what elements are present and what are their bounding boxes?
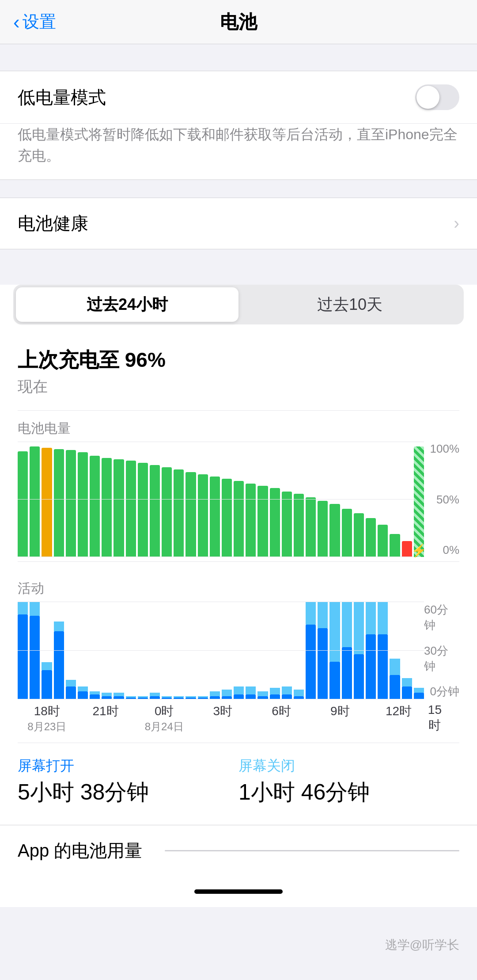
battery-bar-32: [402, 442, 412, 557]
screen-off-value: 1小时 46分钟: [238, 778, 459, 807]
x-time-6: 12时: [369, 703, 428, 720]
activity-bar-14: [186, 602, 196, 699]
x-time-1: 21时: [76, 703, 135, 720]
battery-health-label: 电池健康: [18, 211, 88, 236]
activity-bar-16: [210, 602, 220, 699]
battery-bar-24: [306, 442, 316, 557]
home-indicator: [194, 889, 283, 894]
activity-bar-0: [18, 602, 28, 699]
activity-bar-22: [282, 602, 292, 699]
battery-y-label-1: 50%: [436, 493, 459, 507]
activity-bar-2: [42, 602, 52, 699]
activity-bar-4: [66, 602, 76, 699]
battery-y-label-0: 100%: [430, 442, 460, 456]
period-selector: 过去24小时 过去10天: [13, 285, 464, 324]
activity-y-label-2: 0分钟: [430, 684, 459, 699]
x-label-7: 15时: [428, 703, 442, 734]
battery-bar-6: [90, 442, 100, 557]
x-label-1: 21时: [76, 703, 135, 734]
top-spacer: [0, 44, 477, 71]
activity-chart-container: 活动 60分钟30分钟0分钟: [0, 571, 477, 699]
back-button[interactable]: ‹ 设置: [13, 11, 56, 33]
charge-subtitle: 现在: [18, 377, 459, 397]
activity-bar-17: [222, 602, 232, 699]
battery-bar-2: [42, 442, 52, 557]
battery-bar-28: [354, 442, 364, 557]
battery-chart-wrapper: ⚡ 100%50%0%: [18, 442, 459, 557]
screen-off-stat: 屏幕关闭 1小时 46分钟: [238, 756, 459, 807]
activity-bar-26: [329, 602, 340, 699]
x-date-2: 8月24日: [135, 720, 193, 734]
battery-bar-11: [150, 442, 160, 557]
activity-bar-13: [174, 602, 184, 699]
battery-bar-17: [222, 442, 232, 557]
battery-health-row[interactable]: 电池健康 ›: [0, 198, 477, 249]
low-power-toggle[interactable]: [415, 84, 459, 110]
period-10d-button[interactable]: 过去10天: [238, 287, 461, 322]
x-time-5: 9时: [310, 703, 369, 720]
battery-bar-26: [329, 442, 340, 557]
activity-bar-23: [294, 602, 304, 699]
x-label-6: 12时: [369, 703, 428, 734]
activity-y-axis: 60分钟30分钟0分钟: [424, 602, 459, 699]
activity-bar-21: [270, 602, 280, 699]
charge-info: 上次充电至 96% 现在: [0, 338, 477, 401]
section-gap-2: [0, 249, 477, 267]
app-usage-row: App 的电池用量: [0, 825, 477, 876]
chevron-right-icon: ›: [454, 214, 459, 233]
battery-bar-33: ⚡: [414, 442, 424, 557]
back-chevron-icon: ‹: [13, 12, 20, 32]
navigation-bar: ‹ 设置 电池: [0, 0, 477, 44]
x-label-0: 18时8月23日: [18, 703, 76, 734]
x-time-7: 15时: [428, 703, 442, 734]
x-label-3: 3时: [193, 703, 252, 734]
x-axis-labels: 18时8月23日21时0时8月24日3时6时9时12时15时: [0, 703, 477, 734]
section-gap-1: [0, 180, 477, 198]
activity-bar-15: [198, 602, 208, 699]
watermark: 逃学@听学长: [385, 937, 459, 953]
battery-bar-14: [186, 442, 196, 557]
battery-bar-3: [54, 442, 64, 557]
activity-bar-6: [90, 602, 100, 699]
x-time-4: 6时: [252, 703, 311, 720]
low-power-row: 低电量模式: [0, 71, 477, 124]
battery-y-axis: 100%50%0%: [424, 442, 459, 557]
activity-bar-19: [246, 602, 256, 699]
activity-y-label-1: 30分钟: [424, 643, 459, 674]
activity-bar-7: [102, 602, 112, 699]
activity-chart: 60分钟30分钟0分钟: [18, 602, 459, 699]
app-usage-label: App 的电池用量: [18, 839, 165, 863]
x-label-2: 0时8月24日: [135, 703, 193, 734]
activity-chart-wrapper: 60分钟30分钟0分钟: [18, 602, 459, 699]
toggle-knob: [416, 86, 439, 109]
activity-bar-18: [234, 602, 244, 699]
battery-y-label-2: 0%: [443, 543, 459, 557]
battery-bar-8: [114, 442, 124, 557]
activity-bar-24: [306, 602, 316, 699]
period-24h-button[interactable]: 过去24小时: [16, 287, 238, 322]
x-label-4: 6时: [252, 703, 311, 734]
battery-bar-21: [270, 442, 280, 557]
x-date-0: 8月23日: [18, 720, 76, 734]
activity-bar-20: [257, 602, 268, 699]
battery-bar-16: [210, 442, 220, 557]
x-time-2: 0时: [135, 703, 193, 720]
activity-bar-8: [114, 602, 124, 699]
battery-bar-19: [246, 442, 256, 557]
screen-on-label: 屏幕打开: [18, 756, 238, 776]
battery-bar-9: [126, 442, 136, 557]
battery-bar-30: [378, 442, 388, 557]
activity-bar-3: [54, 602, 64, 699]
battery-bar-7: [102, 442, 112, 557]
battery-bar-1: [30, 442, 40, 557]
activity-bar-28: [354, 602, 364, 699]
activity-bar-32: [402, 602, 412, 699]
battery-bar-20: [257, 442, 268, 557]
battery-chart-label: 电池电量: [18, 419, 459, 438]
activity-bar-10: [138, 602, 148, 699]
battery-bar-12: [162, 442, 172, 557]
battery-bar-0: [18, 442, 28, 557]
battery-bar-18: [234, 442, 244, 557]
activity-bar-12: [162, 602, 172, 699]
screen-stats: 屏幕打开 5小时 38分钟 屏幕关闭 1小时 46分钟: [0, 743, 477, 816]
